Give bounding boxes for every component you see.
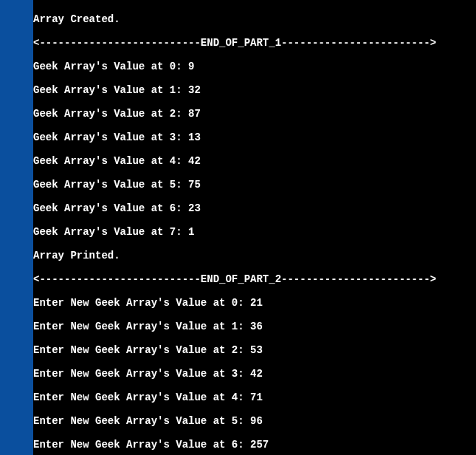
console-line: Array Printed. xyxy=(33,250,476,261)
console-line: Array Created. xyxy=(33,13,476,25)
separator-1: <--------------------------END_OF_PART_1… xyxy=(33,37,476,49)
console-line: Enter New Geek Array's Value at 2: 53 xyxy=(33,344,476,356)
console-line: Enter New Geek Array's Value at 5: 96 xyxy=(33,415,476,427)
console-line: Geek Array's Value at 3: 13 xyxy=(33,131,476,143)
console-line: Geek Array's Value at 2: 87 xyxy=(33,108,476,120)
console-line: Enter New Geek Array's Value at 6: 257 xyxy=(33,439,476,451)
console-line: Enter New Geek Array's Value at 1: 36 xyxy=(33,321,476,332)
console-line: Geek Array's Value at 5: 75 xyxy=(33,179,476,191)
console-line: Enter New Geek Array's Value at 4: 71 xyxy=(33,391,476,403)
console-line: Geek Array's Value at 4: 42 xyxy=(33,155,476,167)
window-sidebar xyxy=(0,0,33,455)
console-line: Geek Array's Value at 0: 9 xyxy=(33,61,476,72)
console-line: Geek Array's Value at 7: 1 xyxy=(33,226,476,238)
console-line: Enter New Geek Array's Value at 0: 21 xyxy=(33,297,476,309)
separator-2: <--------------------------END_OF_PART_2… xyxy=(33,273,476,285)
console-output[interactable]: Array Created. <------------------------… xyxy=(33,0,476,455)
console-line: Enter New Geek Array's Value at 3: 42 xyxy=(33,368,476,380)
console-line: Geek Array's Value at 1: 32 xyxy=(33,84,476,96)
console-line: Geek Array's Value at 6: 23 xyxy=(33,202,476,214)
